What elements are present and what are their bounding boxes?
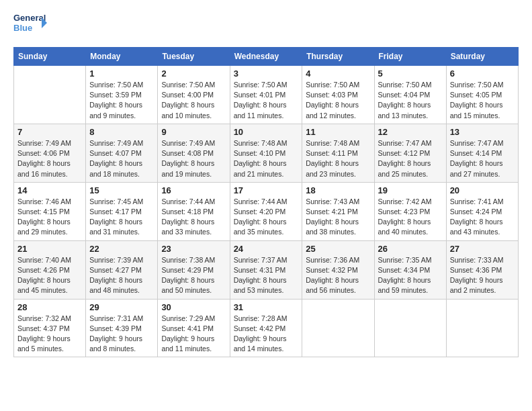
- day-info: Sunrise: 7:33 AMSunset: 4:36 PMDaylight:…: [450, 255, 515, 296]
- header-cell-friday: Friday: [374, 48, 446, 66]
- day-info: Sunrise: 7:46 AMSunset: 4:15 PMDaylight:…: [17, 197, 82, 238]
- day-number: 25: [306, 244, 370, 254]
- calendar-cell: 18Sunrise: 7:43 AMSunset: 4:21 PMDayligh…: [302, 182, 374, 240]
- calendar-cell: 24Sunrise: 7:37 AMSunset: 4:31 PMDayligh…: [230, 240, 302, 299]
- day-info: Sunrise: 7:40 AMSunset: 4:26 PMDaylight:…: [17, 255, 82, 296]
- day-info: Sunrise: 7:49 AMSunset: 4:08 PMDaylight:…: [161, 138, 226, 179]
- day-number: 2: [161, 68, 226, 79]
- calendar-cell: 25Sunrise: 7:36 AMSunset: 4:32 PMDayligh…: [302, 240, 374, 299]
- calendar-cell: 3Sunrise: 7:50 AMSunset: 4:01 PMDaylight…: [230, 66, 302, 124]
- calendar-cell: 11Sunrise: 7:48 AMSunset: 4:11 PMDayligh…: [302, 124, 374, 182]
- day-number: 21: [17, 244, 82, 254]
- header-cell-wednesday: Wednesday: [230, 48, 302, 66]
- day-info: Sunrise: 7:31 AMSunset: 4:39 PMDaylight:…: [89, 314, 154, 355]
- day-number: 6: [450, 68, 515, 79]
- calendar-cell: 7Sunrise: 7:49 AMSunset: 4:06 PMDaylight…: [14, 124, 86, 182]
- calendar-cell: 31Sunrise: 7:28 AMSunset: 4:42 PMDayligh…: [230, 299, 302, 357]
- day-info: Sunrise: 7:36 AMSunset: 4:32 PMDaylight:…: [306, 255, 370, 296]
- day-number: 29: [89, 302, 154, 312]
- header-cell-saturday: Saturday: [446, 48, 518, 66]
- day-info: Sunrise: 7:43 AMSunset: 4:21 PMDaylight:…: [306, 197, 370, 238]
- day-number: 5: [378, 68, 443, 79]
- day-info: Sunrise: 7:50 AMSunset: 4:00 PMDaylight:…: [161, 80, 226, 121]
- day-info: Sunrise: 7:50 AMSunset: 3:59 PMDaylight:…: [89, 80, 154, 121]
- day-number: 13: [450, 127, 515, 137]
- day-number: 24: [234, 244, 299, 254]
- header-row: SundayMondayTuesdayWednesdayThursdayFrid…: [14, 48, 519, 66]
- day-number: 20: [450, 185, 515, 195]
- day-number: 8: [89, 127, 154, 137]
- day-info: Sunrise: 7:48 AMSunset: 4:10 PMDaylight:…: [234, 138, 299, 179]
- svg-text:Blue: Blue: [13, 23, 32, 33]
- day-info: Sunrise: 7:47 AMSunset: 4:14 PMDaylight:…: [450, 138, 515, 179]
- calendar-table: SundayMondayTuesdayWednesdayThursdayFrid…: [13, 47, 519, 357]
- calendar-cell: 8Sunrise: 7:49 AMSunset: 4:07 PMDaylight…: [86, 124, 158, 182]
- day-number: 7: [17, 127, 82, 137]
- day-info: Sunrise: 7:39 AMSunset: 4:27 PMDaylight:…: [89, 255, 154, 296]
- day-info: Sunrise: 7:42 AMSunset: 4:23 PMDaylight:…: [378, 197, 443, 238]
- day-number: 3: [234, 68, 299, 79]
- day-number: 19: [378, 185, 443, 195]
- week-row-5: 28Sunrise: 7:32 AMSunset: 4:37 PMDayligh…: [14, 299, 519, 357]
- header-cell-sunday: Sunday: [14, 48, 86, 66]
- calendar-cell: 29Sunrise: 7:31 AMSunset: 4:39 PMDayligh…: [86, 299, 158, 357]
- calendar-cell: 1Sunrise: 7:50 AMSunset: 3:59 PMDaylight…: [86, 66, 158, 124]
- week-row-3: 14Sunrise: 7:46 AMSunset: 4:15 PMDayligh…: [14, 182, 519, 240]
- calendar-cell: 16Sunrise: 7:44 AMSunset: 4:18 PMDayligh…: [158, 182, 230, 240]
- day-info: Sunrise: 7:38 AMSunset: 4:29 PMDaylight:…: [161, 255, 226, 296]
- day-number: 23: [161, 244, 226, 254]
- header-cell-thursday: Thursday: [302, 48, 374, 66]
- calendar-cell: [302, 299, 374, 357]
- day-number: 31: [234, 302, 299, 312]
- calendar-cell: [374, 299, 446, 357]
- day-info: Sunrise: 7:41 AMSunset: 4:24 PMDaylight:…: [450, 197, 515, 238]
- calendar-cell: 13Sunrise: 7:47 AMSunset: 4:14 PMDayligh…: [446, 124, 518, 182]
- day-number: 28: [17, 302, 82, 312]
- day-info: Sunrise: 7:50 AMSunset: 4:01 PMDaylight:…: [234, 80, 299, 121]
- calendar-cell: [14, 66, 86, 124]
- day-number: 14: [17, 185, 82, 195]
- calendar-cell: 12Sunrise: 7:47 AMSunset: 4:12 PMDayligh…: [374, 124, 446, 182]
- day-info: Sunrise: 7:32 AMSunset: 4:37 PMDaylight:…: [17, 314, 82, 355]
- week-row-1: 1Sunrise: 7:50 AMSunset: 3:59 PMDaylight…: [14, 66, 519, 124]
- svg-text:General: General: [13, 13, 46, 23]
- day-info: Sunrise: 7:44 AMSunset: 4:20 PMDaylight:…: [234, 197, 299, 238]
- day-number: 10: [234, 127, 299, 137]
- logo-svg: General Blue: [13, 11, 47, 40]
- day-info: Sunrise: 7:35 AMSunset: 4:34 PMDaylight:…: [378, 255, 443, 296]
- calendar-cell: 6Sunrise: 7:50 AMSunset: 4:05 PMDaylight…: [446, 66, 518, 124]
- day-number: 1: [89, 68, 154, 79]
- calendar-cell: 27Sunrise: 7:33 AMSunset: 4:36 PMDayligh…: [446, 240, 518, 299]
- header-cell-monday: Monday: [86, 48, 158, 66]
- calendar-cell: [446, 299, 518, 357]
- logo: General Blue: [13, 11, 47, 40]
- day-info: Sunrise: 7:29 AMSunset: 4:41 PMDaylight:…: [161, 314, 226, 355]
- day-number: 4: [306, 68, 370, 79]
- day-info: Sunrise: 7:48 AMSunset: 4:11 PMDaylight:…: [306, 138, 370, 179]
- day-info: Sunrise: 7:37 AMSunset: 4:31 PMDaylight:…: [234, 255, 299, 296]
- day-info: Sunrise: 7:49 AMSunset: 4:07 PMDaylight:…: [89, 138, 154, 179]
- calendar-cell: 4Sunrise: 7:50 AMSunset: 4:03 PMDaylight…: [302, 66, 374, 124]
- day-info: Sunrise: 7:49 AMSunset: 4:06 PMDaylight:…: [17, 138, 82, 179]
- header: General Blue: [13, 11, 519, 40]
- week-row-4: 21Sunrise: 7:40 AMSunset: 4:26 PMDayligh…: [14, 240, 519, 299]
- day-number: 30: [161, 302, 226, 312]
- day-number: 27: [450, 244, 515, 254]
- day-info: Sunrise: 7:47 AMSunset: 4:12 PMDaylight:…: [378, 138, 443, 179]
- calendar-cell: 15Sunrise: 7:45 AMSunset: 4:17 PMDayligh…: [86, 182, 158, 240]
- day-number: 11: [306, 127, 370, 137]
- calendar-cell: 26Sunrise: 7:35 AMSunset: 4:34 PMDayligh…: [374, 240, 446, 299]
- day-info: Sunrise: 7:50 AMSunset: 4:03 PMDaylight:…: [306, 80, 370, 121]
- day-info: Sunrise: 7:50 AMSunset: 4:04 PMDaylight:…: [378, 80, 443, 121]
- calendar-cell: 14Sunrise: 7:46 AMSunset: 4:15 PMDayligh…: [14, 182, 86, 240]
- day-number: 22: [89, 244, 154, 254]
- day-number: 18: [306, 185, 370, 195]
- week-row-2: 7Sunrise: 7:49 AMSunset: 4:06 PMDaylight…: [14, 124, 519, 182]
- calendar-cell: 23Sunrise: 7:38 AMSunset: 4:29 PMDayligh…: [158, 240, 230, 299]
- day-number: 26: [378, 244, 443, 254]
- day-info: Sunrise: 7:45 AMSunset: 4:17 PMDaylight:…: [89, 197, 154, 238]
- calendar-cell: 20Sunrise: 7:41 AMSunset: 4:24 PMDayligh…: [446, 182, 518, 240]
- day-number: 16: [161, 185, 226, 195]
- calendar-cell: 22Sunrise: 7:39 AMSunset: 4:27 PMDayligh…: [86, 240, 158, 299]
- day-info: Sunrise: 7:44 AMSunset: 4:18 PMDaylight:…: [161, 197, 226, 238]
